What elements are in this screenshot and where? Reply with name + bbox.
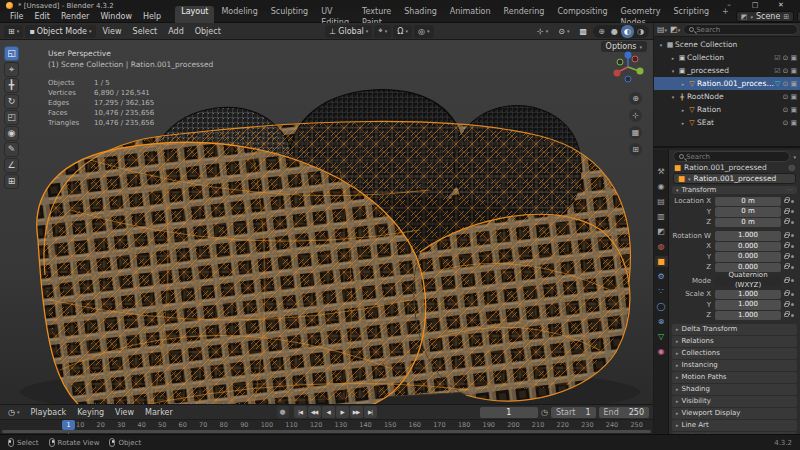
play-reverse-button[interactable]: ◀ [322,406,335,418]
collapsed-panel-header[interactable]: ▸ Relations [672,336,797,347]
checkbox-icon[interactable]: ☑ [774,67,780,75]
animate-dot-icon[interactable] [791,245,794,248]
eye-icon[interactable]: ⊙ [783,67,789,75]
timeline-menu-item[interactable]: Playback [26,407,72,418]
disclosure-arrow-icon[interactable]: ▸ [679,107,687,113]
material-preview-button[interactable]: ◐ [621,25,634,38]
lock-icon[interactable] [784,234,789,238]
tab-particles[interactable]: ∵ [655,286,668,297]
editor-type-button[interactable]: ⊞ ▾ [4,25,23,38]
camera-visibility-icon[interactable]: ▣ [790,119,797,127]
collapsed-panel-header[interactable]: ▸ Instancing [672,360,797,371]
menu-item[interactable]: Help [138,11,166,22]
annotate-tool[interactable]: ✎ [4,142,19,157]
tweak-select-tool[interactable]: ◱ [4,46,19,61]
disclosure-arrow-icon[interactable]: ▸ [679,81,687,87]
scene-selector[interactable]: ◩ ▾ Scene ⊞ [736,11,794,22]
outliner-row-collection[interactable]: ▸ ▣ Collection ☑ ⊙ ▣ [654,51,800,64]
value-field[interactable]: 0 m [715,197,781,207]
move-tool[interactable]: ╋ [4,78,19,93]
pin-icon[interactable]: ◎ [788,163,795,172]
disclosure-arrow-icon[interactable]: ▾ [657,42,665,48]
jump-to-start-button[interactable]: |◀ [294,406,307,418]
value-field[interactable]: 0.000 [715,252,781,262]
navigation-gizmo[interactable] [611,50,645,84]
scale-tool[interactable]: ◰ [4,110,19,125]
animate-dot-icon[interactable] [791,293,794,296]
outliner-search[interactable] [683,24,798,35]
solid-shading-button[interactable]: ● [608,25,621,38]
timeline-menu-item[interactable]: View [110,407,139,418]
menu-item[interactable]: Edit [29,11,55,22]
timeline-ruler[interactable]: 1020304050607080901001101201301401501601… [0,420,653,434]
jump-to-prev-keyframe-button[interactable]: ◀◀ [308,406,321,418]
tab-output[interactable]: ▤ [655,196,668,207]
lock-icon[interactable] [784,292,789,296]
camera-view-button[interactable]: ▦ [629,126,642,139]
maximize-button[interactable]: □ [742,0,768,11]
lock-icon[interactable] [784,255,789,259]
value-field[interactable]: Quaternion (WXYZ) [715,276,781,286]
collapsed-panel-header[interactable]: ▸ Line Art [672,420,797,431]
new-scene-icon[interactable]: ⊞ [783,13,789,21]
eye-icon[interactable]: ⊙ [783,54,789,62]
end-frame-field[interactable]: End 250 [599,407,649,418]
lock-icon[interactable] [784,210,789,214]
auto-keying-button[interactable]: ● [277,406,289,418]
menu-item[interactable]: File [5,11,28,22]
pan-view-button[interactable]: ⊹ [629,109,642,122]
value-field[interactable]: 1.000 [715,231,781,241]
collapsed-panel-header[interactable]: ▸ Visibility [672,396,797,407]
outliner-row-scene-collection[interactable]: ▾ ▦ Scene Collection ☑ ⊙ ▣ [654,38,800,51]
close-button[interactable]: ✕ [768,0,794,11]
tab-scene[interactable]: ◩ [655,226,668,237]
outliner-display-mode-button[interactable]: ◩▾ [670,25,680,34]
zoom-view-button[interactable]: ⊕ [629,92,642,105]
animate-dot-icon[interactable] [791,303,794,306]
cursor-tool[interactable]: ⌖ [4,62,19,77]
disclosure-arrow-icon[interactable]: ▾ [669,68,677,74]
playhead[interactable]: 1 [62,420,75,430]
timeline-editor-type-button[interactable]: ◷ ▾ [4,406,24,419]
tab-modifiers[interactable]: ⚙ [655,271,668,282]
tab-constraints[interactable]: ⊗ [655,316,668,327]
proportional-editing-toggle[interactable]: ◎ ▾ [414,25,434,38]
value-field[interactable]: 1.000 [715,300,781,310]
lock-icon[interactable] [784,279,789,283]
xray-toggle[interactable]: ▩ [575,25,591,38]
properties-search-input[interactable] [686,153,784,161]
wireframe-shading-button[interactable]: ⊕ [595,25,608,38]
eye-icon[interactable]: ⊙ [783,93,789,101]
transform-orientation-selector[interactable]: ⊥ Global ▾ [325,25,372,38]
outliner-row-rootnode[interactable]: ▾ ╋ RootNode ☑ ⊙ ▣ [654,90,800,103]
outliner-row-ration[interactable]: ▸ ▽ Ration ☑ ⊙ ▣ [654,103,800,116]
animate-dot-icon[interactable] [791,255,794,258]
value-field[interactable]: 0 m [715,207,781,217]
lock-icon[interactable] [784,303,789,307]
viewport-menu-item[interactable]: Add [163,26,189,37]
tab-physics[interactable]: ◯ [655,301,668,312]
lock-icon[interactable] [784,220,789,224]
tab-material[interactable]: ◉ [655,346,668,357]
jump-to-end-button[interactable]: ▶| [364,406,377,418]
camera-visibility-icon[interactable]: ▣ [790,67,797,75]
lock-icon[interactable] [784,244,789,248]
disclosure-arrow-icon[interactable]: ▸ [669,55,677,61]
animate-dot-icon[interactable] [791,210,794,213]
timeline-menu-item[interactable]: Keying [72,407,109,418]
collapsed-panel-header[interactable]: ▸ Delta Transform [672,324,797,335]
menu-item[interactable]: Window [95,11,137,22]
value-field[interactable]: 0 m [715,218,781,228]
viewport-menu-item[interactable]: Object [190,26,226,37]
tab-object[interactable]: ■ [655,256,668,267]
outliner-row-processed[interactable]: ▾ ▣ _processed ☑ ⊙ ▣ [654,64,800,77]
timeline-scrollbar[interactable] [2,430,651,433]
viewport-menu-item[interactable]: View [98,26,127,37]
timeline-menu-item[interactable]: Marker [140,407,178,418]
outliner-search-input[interactable] [696,26,792,34]
lock-icon[interactable] [784,313,789,317]
disclosure-arrow-icon[interactable]: ▸ [679,120,687,126]
eye-icon[interactable]: ⊙ [783,106,789,114]
snap-toggle[interactable]: Ω ▾ [393,25,412,38]
rendered-shading-button[interactable]: ◑ [634,25,647,38]
